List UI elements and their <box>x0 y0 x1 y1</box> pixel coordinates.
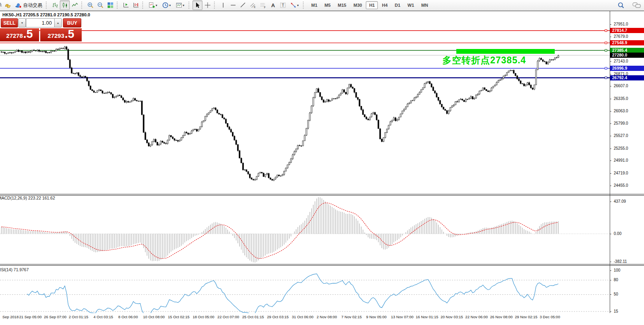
cursor-icon[interactable] <box>192 0 202 10</box>
time-axis-label[interactable]: 22 Nov 06:00 <box>465 315 488 319</box>
price-level-label[interactable]: 26792.4 <box>610 75 644 80</box>
equidistant-channel-icon[interactable]: E <box>248 0 258 10</box>
horizontal-line-icon[interactable] <box>228 0 238 10</box>
time-axis-label[interactable]: 2 Nov 08:00 <box>316 315 337 319</box>
time-axis-label[interactable]: 15 Oct 02:15 <box>168 315 189 319</box>
price-tick-mark <box>610 86 611 86</box>
mt4-terminal: { "toolbar": { "auto_trading_label": "自动… <box>0 0 644 325</box>
price-level-label[interactable]: 27548.9 <box>610 40 644 45</box>
timeframe-h1[interactable]: H1 <box>366 1 378 9</box>
dropdown-arrow-icon: ▾ <box>155 4 157 7</box>
time-axis-label[interactable]: 31 Oct 06:00 <box>292 315 313 319</box>
time-axis-label[interactable]: 7 Nov 02:15 <box>342 315 362 319</box>
price-tick-label: 24719.0 <box>614 171 628 175</box>
time-axis-label[interactable]: 9 Nov 05:00 <box>366 315 387 319</box>
rsi-tick-label: 80 <box>614 278 618 282</box>
macd-tick-label: 437.09 <box>614 199 626 204</box>
time-axis-label[interactable]: 3 Dec 05:00 <box>540 315 560 319</box>
candlestick-chart-icon[interactable] <box>60 0 70 10</box>
price-tick-label: 24991.0 <box>614 158 628 162</box>
price-level-label[interactable]: 27814.7 <box>610 28 644 33</box>
dropdown-arrow-icon: ▾ <box>297 4 298 7</box>
pivot-annotation[interactable]: 多空转折点27385.4 <box>442 54 526 67</box>
pane-separator[interactable] <box>0 194 644 196</box>
timeframe-m5[interactable]: M5 <box>321 1 334 9</box>
time-axis-label[interactable]: 29 Oct 03:15 <box>267 315 289 319</box>
timeframe-mn[interactable]: MN <box>418 1 431 9</box>
time-axis-label[interactable]: 22 Oct 07:00 <box>218 315 239 319</box>
timeframe-m15[interactable]: M15 <box>335 1 349 9</box>
price-level-label[interactable]: 26996.9 <box>610 66 644 71</box>
timeframe-w1[interactable]: W1 <box>404 1 418 9</box>
indicators-button[interactable]: ▾ <box>146 0 160 10</box>
price-tick-label: 25799.0 <box>614 121 628 125</box>
arrows-tool-button[interactable]: ▾ <box>288 0 301 10</box>
volume-input[interactable]: 1.00 <box>26 18 55 27</box>
time-axis-label[interactable]: 21 Sep 05:00 <box>19 315 42 319</box>
timeframe-d1[interactable]: D1 <box>392 1 404 9</box>
sell-button[interactable]: SELL <box>1 18 18 27</box>
time-axis-label[interactable]: 26 Nov 08:00 <box>490 315 513 319</box>
buy-price-panel[interactable]: 27293.5 <box>40 28 82 41</box>
price-level-label[interactable]: 27280.0 <box>610 53 644 58</box>
rsi-tick-mark <box>610 270 611 271</box>
pane-separator[interactable] <box>0 264 644 266</box>
price-tick-mark <box>610 24 611 25</box>
spinner-up-icon: ▲ <box>57 22 59 24</box>
buy-button[interactable]: BUY <box>63 18 81 27</box>
time-axis-label[interactable]: 20 Nov 03:15 <box>440 315 463 319</box>
time-axis-label[interactable]: 16 Nov 01:15 <box>416 315 438 319</box>
svg-text:T: T <box>282 3 284 8</box>
new-order-icon[interactable] <box>3 0 13 10</box>
time-axis-label[interactable]: 2 Oct 01:15 <box>69 315 88 319</box>
time-axis-label[interactable]: 10 Oct 08:00 <box>143 315 165 319</box>
templates-button[interactable]: ▾ <box>173 0 187 10</box>
volume-decrease-button[interactable]: ▼ <box>18 18 26 27</box>
clipped-order-icon[interactable]: 单 <box>0 1 3 10</box>
chart-canvas[interactable] <box>0 0 644 325</box>
text-label-icon[interactable]: T <box>278 0 288 10</box>
macd-tick-mark <box>610 202 611 202</box>
trendline-icon[interactable] <box>238 0 248 10</box>
auto-trading-label: 自动交易 <box>23 2 42 9</box>
periods-button[interactable]: ▾ <box>160 0 173 10</box>
zoom-out-icon[interactable] <box>95 0 105 10</box>
time-axis-label[interactable]: 4 Oct 03:15 <box>94 315 113 319</box>
time-axis-label[interactable]: Sep 2018 <box>2 315 19 319</box>
dropdown-arrow-icon: ▾ <box>169 4 171 7</box>
price-tick-mark <box>610 161 611 161</box>
auto-scroll-icon[interactable] <box>121 0 131 10</box>
text-icon[interactable]: A <box>268 0 278 10</box>
chat-icon[interactable] <box>632 0 642 10</box>
time-axis-label[interactable]: 18 Oct 05:00 <box>192 315 214 319</box>
line-chart-icon[interactable] <box>70 0 80 10</box>
timeframe-m1[interactable]: M1 <box>308 1 320 9</box>
vertical-line-icon[interactable] <box>218 0 228 10</box>
tile-windows-icon[interactable] <box>105 0 115 10</box>
hat-icon <box>15 2 22 8</box>
time-axis-label[interactable]: 8 Oct 06:00 <box>118 315 138 319</box>
dropdown-arrow-icon: ▾ <box>183 4 184 7</box>
bar-chart-icon[interactable] <box>50 0 60 10</box>
price-tick-mark <box>610 61 611 62</box>
sell-price-panel[interactable]: 27278.5 <box>0 28 39 41</box>
timeframe-m30[interactable]: M30 <box>350 1 365 9</box>
rsi-tick-mark <box>610 280 611 280</box>
price-level-label[interactable]: 27385.4 <box>610 48 644 53</box>
crosshair-icon[interactable] <box>202 0 212 10</box>
time-axis-label[interactable]: 25 Oct 01:15 <box>242 315 264 319</box>
timeframe-h4[interactable]: H4 <box>379 1 391 9</box>
macd-tick-label: 0.00 <box>614 231 621 236</box>
price-tick-mark <box>610 186 611 186</box>
zoom-in-icon[interactable] <box>85 0 95 10</box>
volume-increase-button[interactable]: ▲ <box>54 18 62 27</box>
auto-trading-button[interactable]: 自动交易 <box>13 0 44 10</box>
chart-shift-icon[interactable] <box>131 0 141 10</box>
fibonacci-icon[interactable]: F <box>258 0 268 10</box>
time-axis-label[interactable]: 13 Nov 07:00 <box>391 315 414 319</box>
search-icon[interactable] <box>616 0 626 10</box>
macd-label: MACD(12,26,9) 223.22 161.62 <box>0 196 55 200</box>
time-axis-label[interactable]: 26 Sep 07:00 <box>44 315 67 319</box>
time-axis-label[interactable]: 29 Nov 02:15 <box>515 315 538 319</box>
price-tick-mark <box>610 136 611 136</box>
